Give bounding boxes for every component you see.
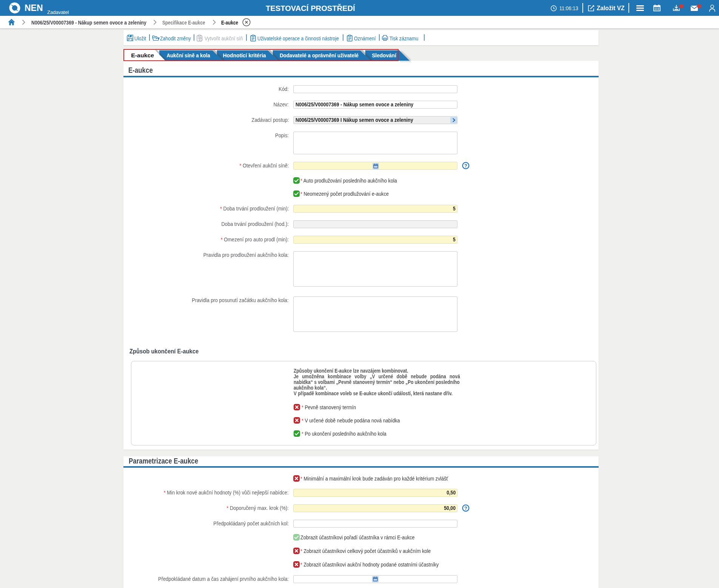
- svg-text:Dodavatelé a oprávnění uživate: Dodavatelé a oprávnění uživatelé: [280, 52, 359, 58]
- svg-text:?: ?: [464, 505, 467, 511]
- svg-text:E-aukce: E-aukce: [131, 52, 154, 58]
- svg-text:Sledování: Sledování: [372, 52, 396, 58]
- svg-text:?: ?: [464, 163, 467, 169]
- svg-text:Aukční síně a kola: Aukční síně a kola: [167, 52, 211, 58]
- svg-text:Hodnotící kritéria: Hodnotící kritéria: [223, 52, 266, 58]
